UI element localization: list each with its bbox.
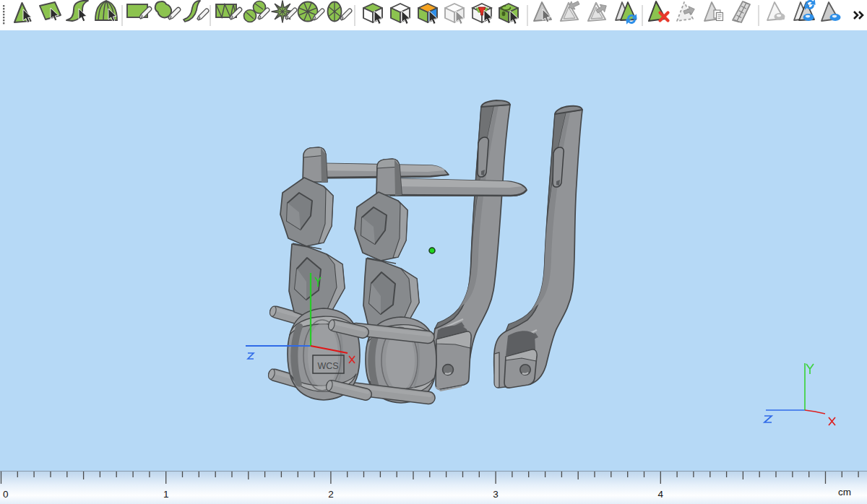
svg-text:4: 4 — [658, 489, 664, 500]
svg-text:0: 0 — [3, 489, 9, 500]
svg-text:WCS: WCS — [317, 361, 338, 371]
svg-text:3: 3 — [493, 489, 499, 500]
svg-text:cm: cm — [838, 487, 851, 498]
svg-text:1: 1 — [163, 489, 169, 500]
svg-text:2: 2 — [328, 489, 334, 500]
